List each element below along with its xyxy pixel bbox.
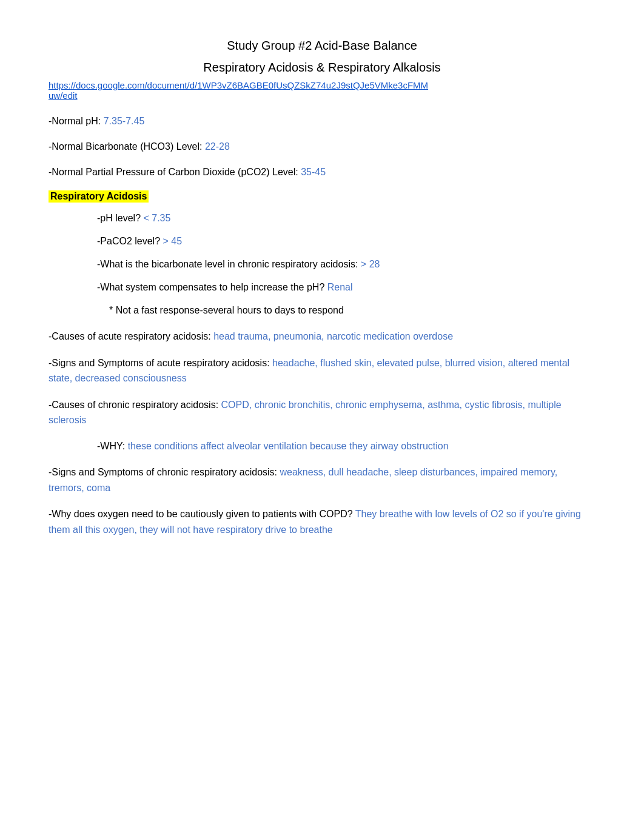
paco2-line: -PaCO2 level? > 45 bbox=[97, 234, 595, 249]
signs-chronic-line: -Signs and Symptoms of chronic respirato… bbox=[49, 464, 595, 495]
asterisk-note: * Not a fast response-several hours to d… bbox=[109, 303, 595, 318]
ph-level-line: -pH level? < 7.35 bbox=[97, 211, 595, 226]
normal-pco2-line: -Normal Partial Pressure of Carbon Dioxi… bbox=[49, 165, 595, 179]
respiratory-acidosis-header: Respiratory Acidosis bbox=[49, 190, 595, 211]
normal-ph-line: -Normal pH: 7.35-7.45 bbox=[49, 114, 595, 129]
causes-chronic-line: -Causes of chronic respiratory acidosis:… bbox=[49, 397, 595, 428]
bicarb-chronic-line: -What is the bicarbonate level in chroni… bbox=[97, 257, 595, 272]
compensates-line: -What system compensates to help increas… bbox=[97, 280, 595, 295]
why-line: -WHY: these conditions affect alveolar v… bbox=[97, 439, 595, 454]
normal-bicarb-line: -Normal Bicarbonate (HCO3) Level: 22-28 bbox=[49, 139, 595, 154]
google-doc-link[interactable]: https://docs.google.com/document/d/1WP3v… bbox=[49, 80, 595, 101]
signs-acute-line: -Signs and Symptoms of acute respiratory… bbox=[49, 355, 595, 386]
causes-acute-line: -Causes of acute respiratory acidosis: h… bbox=[49, 329, 595, 344]
copd-oxygen-line: -Why does oxygen need to be cautiously g… bbox=[49, 506, 595, 537]
page-title: Study Group #2 Acid-Base Balance Respira… bbox=[49, 36, 595, 76]
